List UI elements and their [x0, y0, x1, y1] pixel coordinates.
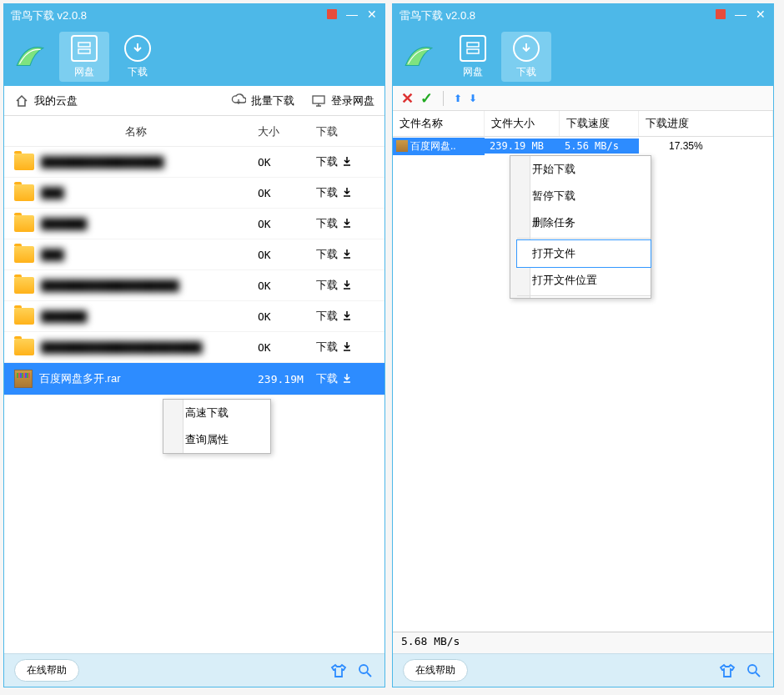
context-menu-right: 开始下载暂停下载删除任务打开文件打开文件位置 — [510, 155, 651, 299]
app-logo-icon — [13, 39, 48, 74]
file-name: 百度网盘多开.rar — [39, 371, 258, 386]
login-netdisk-label: 登录网盘 — [331, 93, 374, 108]
row-download-button[interactable]: 下载 — [316, 371, 374, 386]
confirm-icon[interactable]: ✓ — [420, 89, 433, 108]
file-row[interactable]: ██████████████████OK下载 — [4, 270, 384, 301]
header-filename[interactable]: 文件名称 — [393, 111, 485, 136]
cancel-icon[interactable]: ✕ — [401, 89, 414, 108]
row-download-button[interactable]: 下载 — [316, 185, 374, 200]
ctx-item[interactable]: 删除任务 — [517, 209, 651, 236]
tab-download-label: 下载 — [516, 65, 536, 79]
header-download[interactable]: 下载 — [316, 124, 374, 139]
batch-download-button[interactable]: 批量下载 — [231, 93, 294, 108]
file-name: ██████ — [41, 310, 258, 323]
subbar: 我的云盘 批量下载 登录网盘 — [4, 86, 384, 116]
file-row[interactable]: ██████OK下载 — [4, 301, 384, 332]
svg-point-3 — [359, 665, 368, 673]
svg-point-6 — [748, 665, 756, 673]
dl-speed: 5.56 MB/s — [560, 138, 639, 154]
ctx-highspeed-download[interactable]: 高速下载 — [170, 400, 270, 426]
app-title: 雷鸟下载 v2.0.8 — [11, 8, 87, 23]
file-size: OK — [258, 310, 316, 323]
download-arrow-icon — [341, 279, 353, 293]
header-progress[interactable]: 下载进度 — [639, 111, 773, 136]
tab-download[interactable]: 下载 — [501, 32, 551, 82]
tab-download-label: 下载 — [128, 65, 148, 79]
login-netdisk-button[interactable]: 登录网盘 — [311, 93, 374, 108]
header-speed[interactable]: 下载速度 — [560, 111, 639, 136]
svg-rect-5 — [467, 49, 479, 53]
file-row[interactable]: ███OK下载 — [4, 239, 384, 270]
file-size: 239.19M — [258, 373, 316, 385]
context-menu-left: 高速下载 查询属性 — [163, 399, 271, 454]
file-row[interactable]: ███OK下载 — [4, 178, 384, 209]
folder-icon — [14, 339, 34, 355]
shirt-icon[interactable] — [718, 662, 736, 680]
dl-filename: 百度网盘.. — [410, 139, 456, 154]
tab-download[interactable]: 下载 — [113, 32, 163, 82]
close-button[interactable]: ✕ — [364, 7, 379, 22]
ctx-item[interactable]: 开始下载 — [517, 156, 651, 183]
file-list: ████████████████OK下载███OK下载██████OK下载███… — [4, 147, 384, 653]
cloud-download-icon — [231, 93, 246, 108]
window-download: 雷鸟下载 v2.0.8 — ✕ 网盘 下载 ✕ ✓ ⬆ ⬇ 文件名称 文件大小 … — [392, 3, 774, 687]
svg-rect-2 — [313, 96, 324, 103]
move-down-icon[interactable]: ⬇ — [469, 93, 477, 104]
pin-icon[interactable] — [324, 7, 339, 22]
download-arrow-icon — [341, 217, 353, 231]
row-download-button[interactable]: 下载 — [316, 247, 374, 262]
minimize-button[interactable]: — — [344, 7, 359, 22]
row-download-button[interactable]: 下载 — [316, 154, 374, 169]
titlebar[interactable]: 雷鸟下载 v2.0.8 — ✕ — [4, 4, 384, 28]
file-name: ███ — [41, 187, 258, 199]
breadcrumb[interactable]: 我的云盘 — [14, 93, 78, 108]
header-name[interactable]: 名称 — [14, 124, 258, 139]
minimize-button[interactable]: — — [733, 7, 748, 22]
tab-netdisk-label: 网盘 — [74, 65, 94, 79]
netdisk-icon — [460, 35, 486, 62]
help-button[interactable]: 在线帮助 — [14, 659, 79, 682]
ctx-item[interactable]: 打开文件位置 — [517, 267, 651, 294]
row-download-button[interactable]: 下载 — [316, 216, 374, 231]
help-button[interactable]: 在线帮助 — [403, 659, 468, 682]
pin-icon[interactable] — [713, 7, 728, 22]
download-icon — [124, 35, 151, 62]
titlebar[interactable]: 雷鸟下载 v2.0.8 — ✕ — [393, 4, 773, 28]
file-row[interactable]: 百度网盘多开.rar239.19M下载 — [4, 363, 384, 395]
row-download-button[interactable]: 下载 — [316, 309, 374, 324]
download-icon — [513, 35, 540, 62]
ctx-query-properties[interactable]: 查询属性 — [170, 426, 270, 453]
header-size[interactable]: 大小 — [258, 124, 316, 139]
app-title: 雷鸟下载 v2.0.8 — [400, 8, 475, 23]
row-download-button[interactable]: 下载 — [316, 278, 374, 293]
close-button[interactable]: ✕ — [753, 7, 768, 22]
home-icon — [14, 93, 29, 108]
file-row[interactable]: █████████████████████OK下载 — [4, 332, 384, 363]
status-bar: 5.68 MB/s — [393, 632, 773, 653]
ctx-item[interactable]: 暂停下载 — [517, 183, 651, 209]
download-arrow-icon — [341, 310, 353, 324]
download-arrow-icon — [341, 248, 353, 262]
search-icon[interactable] — [745, 662, 763, 680]
search-icon[interactable] — [356, 662, 374, 680]
file-row[interactable]: ██████OK下载 — [4, 209, 384, 239]
action-bar: ✕ ✓ ⬆ ⬇ — [393, 86, 773, 111]
ctx-item[interactable]: 打开文件 — [516, 239, 651, 268]
move-up-icon[interactable]: ⬆ — [454, 93, 462, 104]
svg-rect-0 — [78, 43, 90, 47]
shirt-icon[interactable] — [329, 662, 348, 680]
download-row[interactable]: 百度网盘.. 239.19 MB 5.56 MB/s 17.35% — [393, 137, 773, 155]
monitor-icon — [311, 93, 326, 108]
row-download-button[interactable]: 下载 — [316, 340, 374, 355]
main-toolbar: 网盘 下载 — [4, 28, 384, 86]
netdisk-icon — [71, 35, 98, 62]
tab-netdisk[interactable]: 网盘 — [59, 32, 109, 82]
footer: 在线帮助 — [393, 653, 773, 687]
header-filesize[interactable]: 文件大小 — [485, 111, 560, 136]
download-arrow-icon — [341, 186, 353, 200]
tab-netdisk[interactable]: 网盘 — [448, 32, 498, 82]
file-row[interactable]: ████████████████OK下载 — [4, 147, 384, 178]
file-size: OK — [258, 156, 316, 169]
file-size: OK — [258, 280, 316, 292]
svg-rect-1 — [78, 49, 90, 53]
